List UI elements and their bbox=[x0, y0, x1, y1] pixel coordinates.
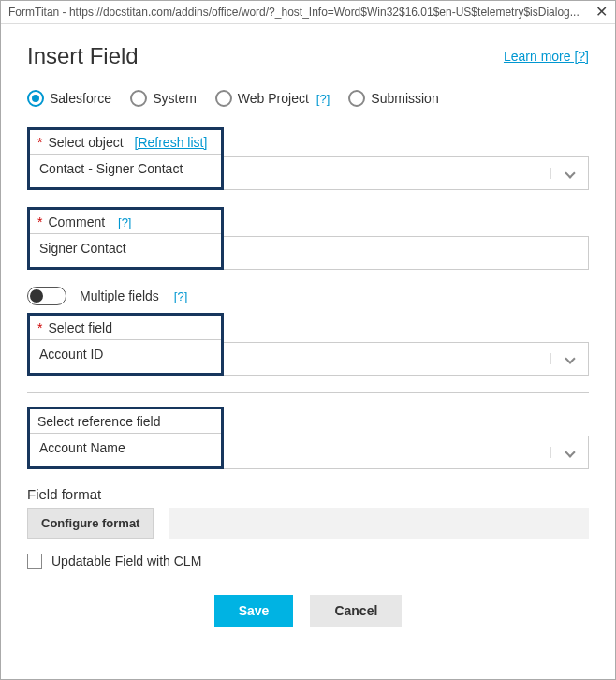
multiple-fields-label: Multiple fields bbox=[80, 288, 159, 303]
select-ref-label: Select reference field bbox=[37, 414, 161, 429]
chevron-down-icon bbox=[565, 353, 576, 364]
updatable-label: Updatable Field with CLM bbox=[51, 554, 201, 569]
field-format-label: Field format bbox=[27, 486, 589, 502]
required-icon: * bbox=[37, 214, 42, 229]
select-ref-highlight: Select reference field Account Name bbox=[27, 407, 224, 469]
comment-label: Comment bbox=[48, 214, 105, 229]
chevron-down-icon bbox=[565, 168, 576, 179]
tab-label: Submission bbox=[371, 91, 438, 106]
configure-format-button[interactable]: Configure format bbox=[27, 508, 154, 539]
select-ref-value[interactable]: Account Name bbox=[30, 433, 221, 466]
required-icon: * bbox=[37, 320, 42, 335]
save-button[interactable]: Save bbox=[214, 595, 294, 627]
tab-label: System bbox=[153, 91, 197, 106]
select-field-label: Select field bbox=[48, 320, 111, 335]
tab-web-project[interactable]: Web Project [?] bbox=[215, 90, 330, 107]
tab-submission[interactable]: Submission bbox=[348, 90, 438, 107]
help-icon[interactable]: [?] bbox=[316, 92, 330, 106]
page-title: Insert Field bbox=[27, 43, 139, 69]
dialog-body: Insert Field Learn more [?] Salesforce S… bbox=[1, 24, 615, 645]
titlebar: FormTitan - https://docstitan.com/addins… bbox=[1, 1, 615, 24]
source-tabs: Salesforce System Web Project [?] Submis… bbox=[27, 90, 589, 107]
radio-icon bbox=[215, 90, 232, 107]
select-field-value[interactable]: Account ID bbox=[30, 339, 221, 373]
field-format-display bbox=[169, 508, 589, 539]
comment-highlight: * Comment [?] Signer Contact bbox=[27, 207, 224, 270]
comment-input-ext[interactable] bbox=[224, 236, 589, 270]
divider bbox=[27, 392, 589, 393]
learn-more-link[interactable]: Learn more [?] bbox=[504, 49, 589, 64]
required-icon: * bbox=[37, 135, 42, 150]
tab-salesforce[interactable]: Salesforce bbox=[27, 90, 111, 107]
close-icon[interactable]: ✕ bbox=[595, 5, 608, 20]
tab-label: Web Project bbox=[238, 91, 309, 106]
cancel-button[interactable]: Cancel bbox=[310, 595, 402, 627]
refresh-list-link[interactable]: [Refresh list] bbox=[135, 135, 208, 150]
updatable-checkbox[interactable] bbox=[27, 554, 42, 569]
help-icon[interactable]: [?] bbox=[118, 215, 131, 229]
select-object-dropdown[interactable] bbox=[224, 156, 589, 190]
select-field-highlight: * Select field Account ID bbox=[27, 313, 224, 376]
comment-input[interactable]: Signer Contact bbox=[30, 233, 221, 267]
window-title: FormTitan - https://docstitan.com/addins… bbox=[8, 6, 588, 19]
toggle-knob-icon bbox=[30, 289, 43, 303]
tab-system[interactable]: System bbox=[130, 90, 197, 107]
select-object-value[interactable]: Contact - Signer Contact bbox=[30, 154, 221, 187]
help-icon[interactable]: [?] bbox=[174, 289, 187, 303]
tab-label: Salesforce bbox=[50, 91, 111, 106]
multiple-fields-toggle[interactable] bbox=[27, 287, 66, 305]
radio-selected-icon bbox=[27, 90, 44, 107]
select-field-dropdown[interactable] bbox=[224, 342, 589, 376]
select-object-highlight: * Select object [Refresh list] Contact -… bbox=[27, 127, 224, 190]
select-object-label: Select object bbox=[48, 135, 123, 150]
select-ref-dropdown[interactable] bbox=[224, 436, 589, 469]
radio-icon bbox=[130, 90, 147, 107]
chevron-down-icon bbox=[565, 447, 576, 458]
radio-icon bbox=[348, 90, 365, 107]
